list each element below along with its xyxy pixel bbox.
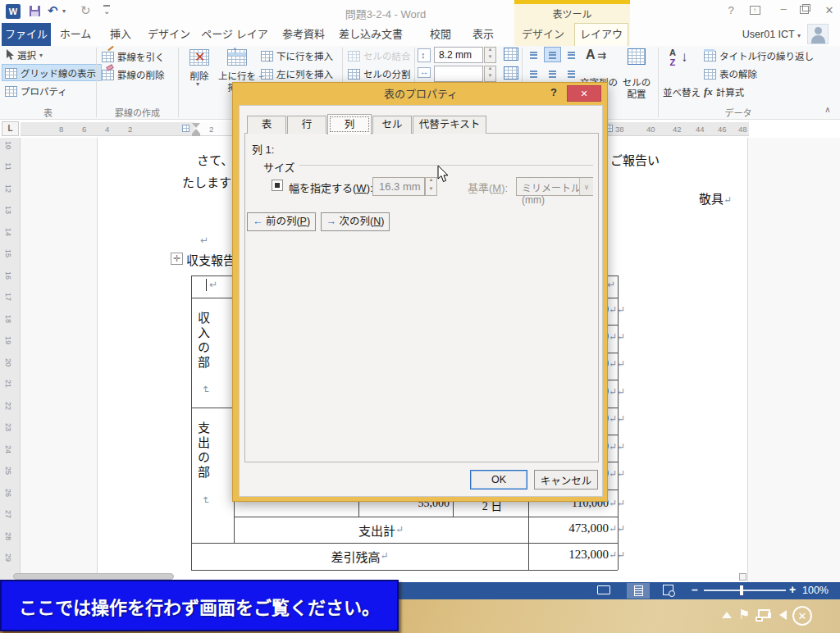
repeat-header-icon xyxy=(704,51,716,61)
formula-button[interactable]: fx 計算式 xyxy=(704,85,744,98)
tab-mailings[interactable]: 差し込み文書 xyxy=(335,23,407,46)
web-layout-icon[interactable] xyxy=(663,585,673,595)
dialog-tab-alt-text[interactable]: 代替テキスト xyxy=(413,116,486,134)
insert-left-button[interactable]: ← 左に列を挿入 xyxy=(261,67,333,80)
volume-icon[interactable] xyxy=(779,610,787,620)
previous-column-button[interactable]: ← 前の列(P) xyxy=(247,212,316,231)
select-button[interactable]: 選択▾ xyxy=(5,48,43,61)
align-center-left-icon[interactable] xyxy=(525,66,542,81)
dialog-help-icon[interactable]: ? xyxy=(545,86,563,102)
spinner-up-icon[interactable]: ▲ xyxy=(426,178,436,187)
measure-dropdown[interactable]: ミリメートル (mm) ∨ xyxy=(516,177,593,196)
spinner-down-icon[interactable]: ▼ xyxy=(426,187,436,196)
ribbon-display-icon[interactable]: ↑ xyxy=(750,6,760,15)
row-height-input[interactable]: 8.2 mm xyxy=(434,47,483,63)
align-top-right-icon[interactable] xyxy=(563,47,580,62)
convert-to-text-button[interactable]: 表の解除 xyxy=(704,67,757,80)
dialog-tab-table[interactable]: 表 xyxy=(247,116,286,134)
properties-button[interactable]: プロパティ xyxy=(5,84,67,98)
save-icon[interactable] xyxy=(30,6,40,16)
flag-icon[interactable]: ⚑ xyxy=(738,607,750,622)
tab-insert[interactable]: 挿入 xyxy=(102,23,139,46)
close-overlay-icon[interactable]: ✕ xyxy=(792,606,812,626)
undo-dropdown-icon[interactable]: ▾ xyxy=(62,7,66,15)
align-top-left-icon[interactable] xyxy=(525,47,542,62)
zoom-slider-thumb[interactable] xyxy=(740,585,743,595)
vertical-ruler[interactable] xyxy=(0,138,21,582)
spinner-down-icon[interactable]: ▼ xyxy=(485,55,495,62)
group-divider xyxy=(178,48,179,117)
tab-references[interactable]: 参考資料 xyxy=(277,23,330,46)
zoom-out-icon[interactable]: – xyxy=(692,583,698,596)
dialog-tab-column[interactable]: 列 xyxy=(327,114,372,134)
restore-icon[interactable] xyxy=(800,6,809,14)
table-move-handle-icon[interactable]: ✛ xyxy=(171,253,183,265)
user-name[interactable]: User01 ICT ▾ xyxy=(705,29,801,40)
split-cells-button[interactable]: セルの分割 xyxy=(348,67,411,80)
view-gridlines-inner[interactable]: グリッド線の表示 xyxy=(5,66,96,80)
distribute-rows-icon[interactable] xyxy=(504,48,518,61)
tab-view[interactable]: 表示 xyxy=(464,23,502,46)
left-indent-icon[interactable] xyxy=(192,134,200,136)
align-center-right-icon[interactable] xyxy=(563,66,580,81)
sort-arrow-icon: ↓ xyxy=(681,49,688,66)
draw-table-button[interactable]: 罫線を引く xyxy=(102,50,165,63)
cancel-button[interactable]: キャンセル xyxy=(534,470,598,490)
quick-access-dropdown-icon[interactable]: ⌄ xyxy=(103,5,110,16)
tab-review[interactable]: 校閲 xyxy=(422,23,459,46)
col-width-input[interactable] xyxy=(434,66,483,82)
distribute-columns-icon[interactable] xyxy=(504,66,518,80)
redo-icon[interactable]: ↻ xyxy=(80,3,91,18)
cell-margins-button[interactable]: セルの 配置 xyxy=(619,46,655,107)
width-checkbox[interactable] xyxy=(272,180,283,191)
convert-to-text-icon xyxy=(704,69,716,80)
spinner-down-icon[interactable]: ▼ xyxy=(485,74,495,81)
row-height-spinner[interactable]: ▲▼ xyxy=(484,47,496,63)
zoom-slider-track[interactable] xyxy=(704,590,786,591)
tab-table-design[interactable]: デザイン xyxy=(517,23,569,46)
insert-below-button[interactable]: ↓ 下に行を挿入 xyxy=(261,49,333,62)
merge-cells-button[interactable]: セルの結合 xyxy=(348,49,411,62)
zo om-level[interactable]: 100% xyxy=(802,585,829,596)
group-label-draw: 罫線の作成 xyxy=(98,106,176,119)
sort-button[interactable]: AZ ↓ 並べ替え xyxy=(663,46,701,107)
tray-expand-icon[interactable] xyxy=(722,612,732,618)
dialog-tab-cell[interactable]: セル xyxy=(372,116,412,134)
user-dropdown-icon: ▾ xyxy=(797,32,801,39)
tab-design[interactable]: デザイン xyxy=(144,23,194,46)
ruler-corner[interactable]: L xyxy=(2,121,19,136)
cell-end-mark: ↵↵ xyxy=(609,549,625,561)
collapse-ribbon-icon[interactable]: ∧ xyxy=(820,105,835,114)
close-icon[interactable]: ✕ xyxy=(820,4,838,16)
align-center-icon[interactable] xyxy=(544,66,561,81)
help-icon[interactable]: ? xyxy=(722,4,740,16)
delete-button[interactable]: ✕ 削除 ▾ xyxy=(184,48,215,107)
ok-button[interactable]: OK xyxy=(470,470,527,490)
dialog-close-icon[interactable]: ✕ xyxy=(567,85,601,102)
first-line-indent-icon[interactable] xyxy=(192,123,200,128)
print-layout-icon[interactable] xyxy=(627,583,650,599)
tab-home[interactable]: ホーム xyxy=(54,23,97,46)
minimize-icon[interactable]: – xyxy=(774,2,792,15)
page-resize-handle[interactable] xyxy=(739,573,746,581)
horizontal-scrollbar[interactable] xyxy=(13,573,174,580)
align-top-center-icon[interactable] xyxy=(544,47,561,62)
delete-dropdown-icon: ▾ xyxy=(196,80,199,88)
sort-az-icon: AZ xyxy=(669,48,676,67)
width-spinner[interactable]: ▲▼ xyxy=(425,177,437,196)
width-input[interactable]: 16.3 mm xyxy=(372,177,425,196)
avatar[interactable] xyxy=(807,24,829,44)
col-width-spinner[interactable]: ▲▼ xyxy=(484,66,496,82)
select-dropdown-icon: ▾ xyxy=(39,52,43,59)
undo-icon[interactable]: ↶ xyxy=(48,3,58,18)
width-checkbox-label[interactable]: 幅を指定する(W): xyxy=(289,180,373,195)
merge-cells-icon xyxy=(348,51,360,61)
repeat-header-button[interactable]: タイトル行の繰り返し xyxy=(704,49,814,62)
next-column-button[interactable]: → 次の列(N) xyxy=(321,212,390,231)
eraser-button[interactable]: 罫線の削除 xyxy=(102,68,165,81)
dialog-tab-row[interactable]: 行 xyxy=(287,116,326,134)
table-column-marker-icon[interactable] xyxy=(182,125,189,132)
read-mode-icon[interactable] xyxy=(597,585,610,594)
tab-file[interactable]: ファイル xyxy=(2,23,51,46)
zoom-in-icon[interactable]: + xyxy=(789,583,796,596)
